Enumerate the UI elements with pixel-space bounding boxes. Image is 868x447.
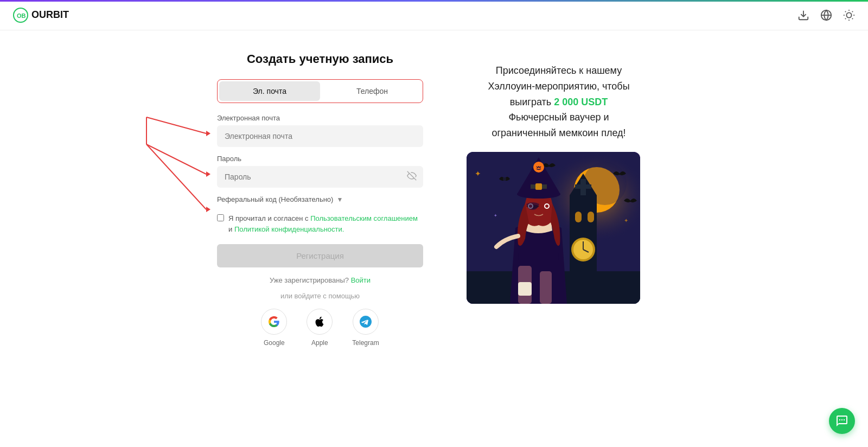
checkbox-text: Я прочитал и согласен с Пользовательским… [228, 213, 423, 234]
privacy-link[interactable]: Политикой конфиденциальности. [234, 225, 344, 233]
chat-icon [835, 414, 848, 427]
svg-point-50 [545, 205, 548, 208]
svg-rect-30 [575, 184, 591, 189]
header: OB OURBIT [0, 0, 868, 30]
google-icon-circle [261, 309, 287, 335]
tab-email[interactable]: Эл. почта [219, 81, 320, 101]
apple-login[interactable]: Apple [307, 309, 333, 347]
referral-toggle[interactable]: Реферальный код (Необязательно) ▼ [217, 195, 423, 203]
promo-section: Присоединяйтесь к нашему Хэллоуин-меропр… [467, 52, 651, 304]
terms-checkbox[interactable] [217, 214, 224, 221]
already-registered: Уже зарегистрированы? Войти [217, 276, 423, 284]
password-label: Пароль [217, 155, 423, 163]
form-section: Создать учетную запись Эл. почта Телефон… [217, 52, 423, 347]
google-login[interactable]: Google [261, 309, 287, 347]
logo[interactable]: OB OURBIT [13, 8, 69, 23]
terms-checkbox-row: Я прочитал и согласен с Пользовательским… [217, 213, 423, 234]
svg-rect-45 [535, 183, 542, 190]
terms-link[interactable]: Пользовательским соглашением [310, 214, 418, 222]
telegram-label: Telegram [352, 339, 379, 347]
svg-text:✦: ✦ [494, 213, 497, 218]
apple-label: Apple [311, 339, 328, 347]
svg-line-8 [845, 11, 846, 11]
logo-icon: OB [13, 8, 28, 23]
svg-point-37 [503, 177, 506, 181]
svg-line-16 [146, 144, 206, 174]
email-field-group: Электронная почта [217, 114, 423, 147]
svg-point-5 [846, 12, 851, 17]
logo-text: OURBIT [31, 9, 69, 21]
password-input[interactable] [217, 166, 423, 188]
apple-icon [314, 316, 326, 328]
halloween-image: ✦ ✦ ✦ [467, 152, 640, 304]
form-title: Создать учетную запись [217, 52, 423, 66]
chat-button[interactable] [829, 408, 855, 434]
svg-text:✦: ✦ [624, 218, 628, 224]
halloween-scene-svg: ✦ ✦ ✦ [467, 152, 640, 304]
email-label: Электронная почта [217, 114, 423, 122]
svg-marker-15 [206, 131, 210, 136]
svg-rect-32 [588, 212, 594, 222]
header-actions [797, 9, 855, 21]
svg-line-13 [852, 11, 853, 11]
svg-rect-39 [540, 271, 552, 304]
or-text: или войдите с помощью [217, 292, 423, 300]
globe-icon[interactable] [820, 9, 832, 21]
telegram-icon-circle [353, 309, 379, 335]
arrow-annotation [141, 85, 212, 237]
telegram-login[interactable]: Telegram [352, 309, 379, 347]
theme-icon[interactable] [843, 9, 855, 21]
svg-text:OB: OB [17, 12, 26, 19]
tab-phone[interactable]: Телефон [322, 80, 423, 103]
svg-line-9 [852, 18, 853, 18]
svg-line-18 [146, 144, 206, 209]
referral-label: Реферальный код (Необязательно) [217, 195, 333, 203]
password-field-group: Пароль [217, 155, 423, 188]
svg-line-12 [845, 18, 846, 18]
apple-icon-circle [307, 309, 333, 335]
eye-toggle-icon[interactable] [407, 171, 417, 183]
register-button[interactable]: Регистрация [217, 244, 423, 267]
password-wrapper [217, 166, 423, 188]
svg-rect-31 [575, 212, 582, 222]
svg-line-14 [146, 117, 206, 133]
svg-rect-40 [518, 282, 532, 296]
social-icons: Google Apple Telegram [217, 309, 423, 347]
google-label: Google [264, 339, 285, 347]
main-content: Создать учетную запись Эл. почта Телефон… [0, 30, 868, 447]
svg-marker-17 [206, 171, 210, 177]
svg-text:✦: ✦ [475, 169, 481, 178]
download-icon[interactable] [797, 9, 809, 21]
chevron-down-icon: ▼ [336, 196, 343, 203]
promo-text: Присоединяйтесь к нашему Хэллоуин-меропр… [467, 63, 651, 141]
tab-container: Эл. почта Телефон [217, 79, 423, 103]
login-link[interactable]: Войти [351, 276, 371, 284]
svg-marker-19 [206, 207, 210, 212]
email-input[interactable] [217, 125, 423, 147]
telegram-icon [360, 316, 372, 328]
google-icon [268, 316, 280, 328]
